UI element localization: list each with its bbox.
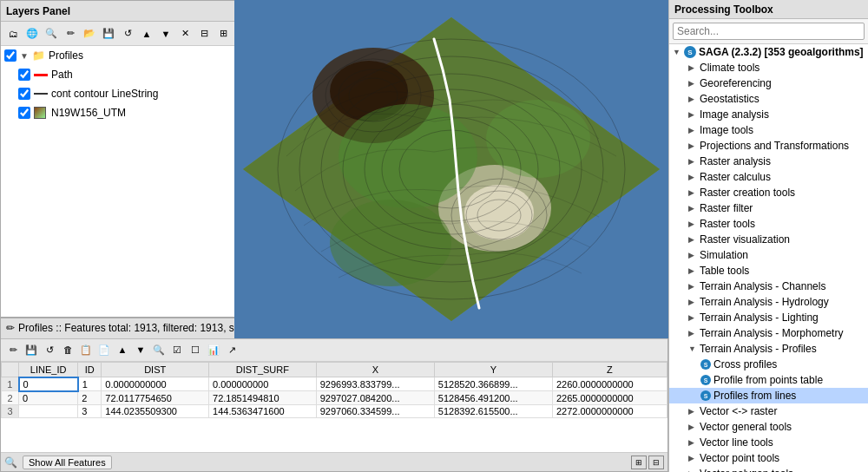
- cell-x-2[interactable]: 9297027.084200...: [316, 391, 434, 405]
- up-button[interactable]: ▲: [138, 25, 155, 43]
- cell-dist-1[interactable]: 0.0000000000: [102, 377, 209, 391]
- tree-item-geostat[interactable]: ▶ Geostatistics: [669, 91, 868, 107]
- tree-item-rastervis[interactable]: ▶ Raster visualization: [669, 232, 868, 247]
- add-raster-button[interactable]: 🌐: [23, 25, 41, 43]
- bottom-icon-2[interactable]: ⊟: [648, 456, 664, 469]
- tree-item-talighting[interactable]: ▶ Terrain Analysis - Lighting: [669, 310, 868, 325]
- layer-checkbox-path[interactable]: [18, 69, 30, 81]
- refresh-button[interactable]: ↺: [119, 25, 136, 43]
- table-move-down-btn[interactable]: ▼: [132, 341, 149, 358]
- tree-subitem-profilelines[interactable]: S Profiles from lines: [669, 388, 868, 403]
- table-export-btn[interactable]: ↗: [223, 341, 240, 358]
- tree-item-georef[interactable]: ▶ Georeferencing: [669, 75, 868, 91]
- rastervis-label: Raster visualization: [700, 233, 790, 246]
- tree-item-tahydro[interactable]: ▶ Terrain Analysis - Hydrology: [669, 294, 868, 310]
- cell-lineid-2[interactable]: 0: [19, 391, 78, 405]
- tree-item-rastercreation[interactable]: ▶ Raster creation tools: [669, 185, 868, 200]
- cell-distsurf-3[interactable]: 144.5363471600: [209, 404, 317, 417]
- cell-lineid-1[interactable]: 0: [19, 377, 78, 391]
- table-row[interactable]: 1 0 1 0.0000000000 0.000000000 9296993.8…: [2, 377, 667, 391]
- table-stats-btn[interactable]: 📊: [205, 341, 222, 358]
- cell-y-2[interactable]: 5128456.491200...: [434, 391, 552, 405]
- col-y[interactable]: Y: [434, 362, 552, 377]
- tree-subitem-crossprofiles[interactable]: S Cross profiles: [669, 357, 868, 372]
- cell-dist-3[interactable]: 144.0235509300: [102, 404, 209, 417]
- cell-id-2[interactable]: 2: [78, 391, 102, 405]
- tree-item-imganalysis[interactable]: ▶ Image analysis: [669, 107, 868, 122]
- layer-checkbox-profiles[interactable]: [4, 49, 16, 62]
- layer-checkbox-raster[interactable]: [18, 107, 30, 119]
- add-vector-button[interactable]: 🗂: [4, 25, 22, 43]
- col-distsurf[interactable]: DIST_SURF: [209, 362, 317, 377]
- tree-subitem-profilepoints[interactable]: S Profile from points table: [669, 372, 868, 388]
- tree-item-vectorline[interactable]: ▶ Vector line tools: [669, 435, 868, 450]
- tree-item-vectorraster[interactable]: ▶ Vector <-> raster: [669, 403, 868, 419]
- tree-item-vectorpoly[interactable]: ▶ Vector polygon tools: [669, 466, 868, 472]
- cell-id-3[interactable]: 3: [78, 404, 102, 417]
- rastercalc-label: Raster calculus: [700, 171, 771, 183]
- cell-id-1[interactable]: 1: [78, 377, 102, 391]
- bottom-icons: ⊞ ⊟: [631, 456, 664, 469]
- toolbox-search-input[interactable]: [673, 23, 865, 40]
- col-x[interactable]: X: [316, 362, 434, 377]
- table-save-btn[interactable]: 💾: [23, 341, 40, 358]
- tree-item-tamorpho[interactable]: ▶ Terrain Analysis - Morphometry: [669, 325, 868, 341]
- table-row[interactable]: 2 0 2 72.0117754650 72.1851494810 929702…: [2, 391, 667, 405]
- toolbox-tree[interactable]: ▼ S SAGA (2.3.2) [353 geoalgorithms] ▶ C…: [669, 44, 868, 472]
- tree-item-projections[interactable]: ▶ Projections and Transformations: [669, 138, 868, 154]
- filter-button[interactable]: ⊟: [195, 25, 213, 43]
- tree-item-imgtools[interactable]: ▶ Image tools: [669, 122, 868, 138]
- table-filter-btn[interactable]: 🔍: [150, 341, 168, 358]
- table-grid-wrapper[interactable]: LINE_ID ID DIST DIST_SURF X Y Z 1 0 1 0.: [1, 362, 667, 452]
- vectorline-label: Vector line tools: [700, 436, 773, 449]
- open-button[interactable]: 📂: [81, 25, 98, 43]
- bottom-icon-1[interactable]: ⊞: [631, 456, 647, 469]
- table-edit-btn[interactable]: ✏: [4, 341, 22, 358]
- cell-z-3[interactable]: 2272.0000000000: [552, 404, 667, 417]
- cell-y-3[interactable]: 5128392.615500...: [434, 404, 552, 417]
- col-id[interactable]: ID: [78, 362, 102, 377]
- table-row[interactable]: 3 3 144.0235509300 144.5363471600 929706…: [2, 404, 667, 417]
- tree-item-simulation[interactable]: ▶ Simulation: [669, 247, 868, 263]
- table-delete-btn[interactable]: 🗑: [59, 341, 76, 358]
- table-deselect-btn[interactable]: ☐: [187, 341, 204, 358]
- tree-group-saga[interactable]: ▼ S SAGA (2.3.2) [353 geoalgorithms]: [669, 44, 868, 60]
- show-all-features-button[interactable]: Show All Features: [23, 456, 112, 469]
- down-button[interactable]: ▼: [157, 25, 174, 43]
- tree-item-vectorpoint[interactable]: ▶ Vector point tools: [669, 450, 868, 466]
- map-canvas[interactable]: [234, 0, 668, 338]
- tree-item-vectorgeneral[interactable]: ▶ Vector general tools: [669, 419, 868, 435]
- crossprofiles-label: Cross profiles: [713, 358, 777, 370]
- table-refresh-btn[interactable]: ↺: [41, 341, 58, 358]
- cell-distsurf-2[interactable]: 72.1851494810: [209, 391, 317, 405]
- tree-item-taprofiles[interactable]: ▼ Terrain Analysis - Profiles: [669, 341, 868, 357]
- table-select-btn[interactable]: ☑: [168, 341, 186, 358]
- cell-distsurf-1[interactable]: 0.000000000: [209, 377, 317, 391]
- tree-item-rasteranalysis[interactable]: ▶ Raster analysis: [669, 154, 868, 169]
- col-z[interactable]: Z: [552, 362, 667, 377]
- cell-y-1[interactable]: 5128520.366899...: [434, 377, 552, 391]
- search-layers-button[interactable]: 🔍: [43, 25, 60, 43]
- tree-item-rastercalc[interactable]: ▶ Raster calculus: [669, 169, 868, 185]
- table-paste-btn[interactable]: 📄: [95, 341, 113, 358]
- layer-checkbox-contour[interactable]: [18, 88, 30, 100]
- cell-x-1[interactable]: 9296993.833799...: [316, 377, 434, 391]
- col-lineid[interactable]: LINE_ID: [19, 362, 78, 377]
- edit-button[interactable]: ✏: [62, 25, 79, 43]
- col-dist[interactable]: DIST: [102, 362, 209, 377]
- table-move-up-btn[interactable]: ▲: [114, 341, 131, 358]
- cell-z-2[interactable]: 2265.0000000000: [552, 391, 667, 405]
- table-copy-btn[interactable]: 📋: [77, 341, 95, 358]
- tree-item-rastertools[interactable]: ▶ Raster tools: [669, 216, 868, 232]
- expand-button[interactable]: ⊞: [214, 25, 232, 43]
- tree-item-rasterfilter[interactable]: ▶ Raster filter: [669, 200, 868, 216]
- cell-x-3[interactable]: 9297060.334599...: [316, 404, 434, 417]
- cell-z-1[interactable]: 2260.0000000000: [552, 377, 667, 391]
- cell-lineid-3[interactable]: [19, 404, 78, 417]
- tree-item-tachannels[interactable]: ▶ Terrain Analysis - Channels: [669, 279, 868, 294]
- cell-dist-2[interactable]: 72.0117754650: [102, 391, 209, 405]
- tree-item-tabletools[interactable]: ▶ Table tools: [669, 263, 868, 279]
- tree-item-climate[interactable]: ▶ Climate tools: [669, 60, 868, 75]
- remove-button[interactable]: ✕: [176, 25, 194, 43]
- save-button[interactable]: 💾: [100, 25, 117, 43]
